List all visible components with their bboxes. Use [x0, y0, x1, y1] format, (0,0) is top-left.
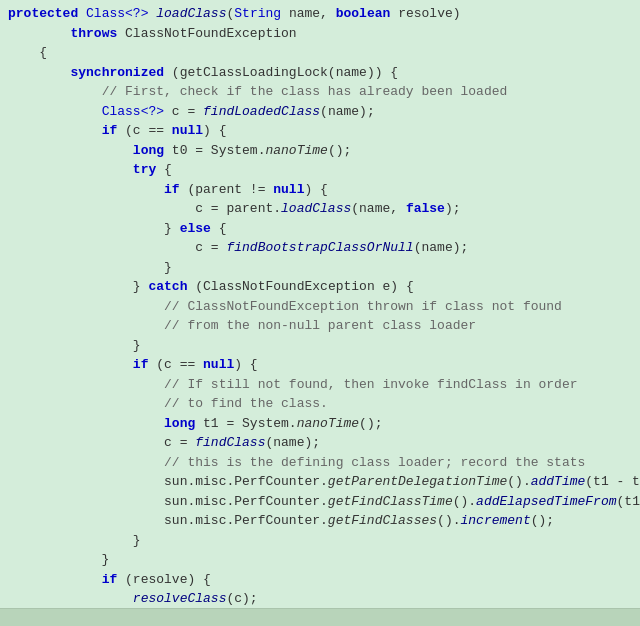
code-line: // ClassNotFoundException thrown if clas…: [8, 297, 632, 317]
code-line: try {: [8, 160, 632, 180]
code-line: c = parent.loadClass(name, false);: [8, 199, 632, 219]
code-line: long t1 = System.nanoTime();: [8, 414, 632, 434]
code-line: if (parent != null) {: [8, 180, 632, 200]
code-line: if (c == null) {: [8, 121, 632, 141]
code-line: {: [8, 43, 632, 63]
code-block: protected Class<?> loadClass(String name…: [0, 0, 640, 626]
code-line: c = findClass(name);: [8, 433, 632, 453]
code-line: // If still not found, then invoke findC…: [8, 375, 632, 395]
code-line: }: [8, 550, 632, 570]
code-line: throws ClassNotFoundException: [8, 24, 632, 44]
code-line: if (c == null) {: [8, 355, 632, 375]
code-line: sun.misc.PerfCounter.getFindClassTime().…: [8, 492, 632, 512]
code-line: Class<?> c = findLoadedClass(name);: [8, 102, 632, 122]
code-line: if (resolve) {: [8, 570, 632, 590]
bottom-bar: [0, 608, 640, 626]
code-line: resolveClass(c);: [8, 589, 632, 609]
code-line: // First, check if the class has already…: [8, 82, 632, 102]
code-line: }: [8, 258, 632, 278]
code-line: long t0 = System.nanoTime();: [8, 141, 632, 161]
code-line: protected Class<?> loadClass(String name…: [8, 4, 632, 24]
code-line: }: [8, 531, 632, 551]
code-line: sun.misc.PerfCounter.getParentDelegation…: [8, 472, 632, 492]
code-line: synchronized (getClassLoadingLock(name))…: [8, 63, 632, 83]
code-line: } catch (ClassNotFoundException e) {: [8, 277, 632, 297]
code-line: c = findBootstrapClassOrNull(name);: [8, 238, 632, 258]
code-line: // this is the defining class loader; re…: [8, 453, 632, 473]
code-line: // from the non-null parent class loader: [8, 316, 632, 336]
code-line: // to find the class.: [8, 394, 632, 414]
code-line: } else {: [8, 219, 632, 239]
code-line: sun.misc.PerfCounter.getFindClasses().in…: [8, 511, 632, 531]
code-line: }: [8, 336, 632, 356]
